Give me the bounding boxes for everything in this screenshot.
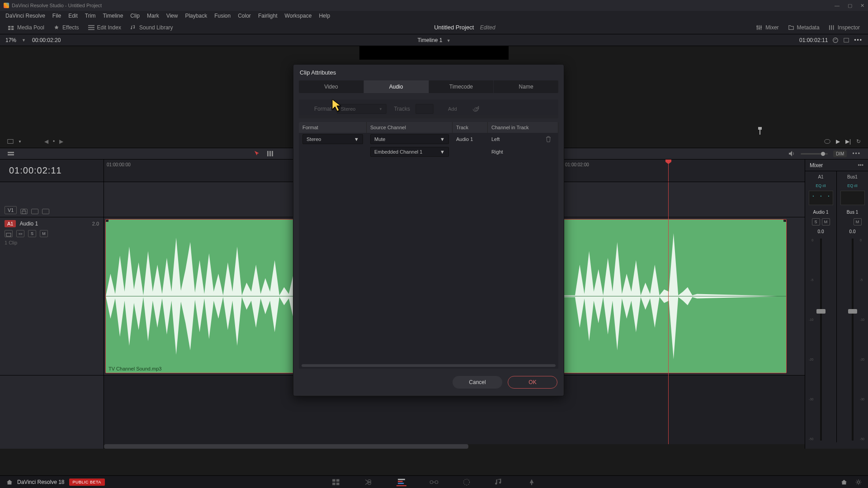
timeline-h-scrollbar[interactable] xyxy=(104,444,805,449)
v1-badge[interactable]: V1 xyxy=(5,206,17,214)
chevron-down-icon[interactable]: ▼ xyxy=(18,140,22,144)
minimize-icon[interactable]: — xyxy=(835,3,840,9)
menu-mark[interactable]: Mark xyxy=(143,13,163,19)
eq-button[interactable]: EQıII xyxy=(814,183,828,189)
maximize-icon[interactable]: ▢ xyxy=(848,3,852,9)
track-thumb-icon[interactable] xyxy=(42,209,49,214)
fade-handle-left[interactable] xyxy=(105,219,108,222)
dim-button[interactable]: DIM xyxy=(833,150,847,157)
menu-davinci[interactable]: DaVinci Resolve xyxy=(2,13,49,19)
pan-control[interactable] xyxy=(840,191,865,205)
options-icon[interactable]: ••• xyxy=(852,150,861,157)
tab-video[interactable]: Video xyxy=(299,80,364,93)
mixer-channel-bus1[interactable]: Bus1 EQıII Bus 1 M 0.0 0-5-10-20-30-50 xyxy=(837,171,868,442)
mute-button[interactable]: M xyxy=(854,218,862,225)
lock-icon[interactable] xyxy=(20,209,28,214)
menu-help[interactable]: Help xyxy=(315,13,334,19)
menu-trim[interactable]: Trim xyxy=(81,13,99,19)
source-channel-select[interactable]: Embedded Channel 1▼ xyxy=(370,147,449,157)
color-page-icon[interactable] xyxy=(462,478,472,486)
volume-icon[interactable] xyxy=(788,150,795,157)
mixer-channel-a1[interactable]: A1 EQıII Audio 1 S M 0.0 0-5-10-20-30-50 xyxy=(805,171,837,442)
edit-index-button[interactable]: Edit Index xyxy=(84,23,126,33)
fusion-page-icon[interactable] xyxy=(429,478,439,486)
project-settings-icon[interactable] xyxy=(855,479,862,485)
loop-icon[interactable]: ↻ xyxy=(856,138,861,145)
tab-name[interactable]: Name xyxy=(494,80,558,93)
auto-select-icon[interactable]: ▭ xyxy=(16,230,24,237)
reset-icon[interactable] xyxy=(472,105,480,113)
a1-badge[interactable]: A1 xyxy=(5,220,16,227)
next-clip-icon[interactable]: ▶| xyxy=(845,138,851,145)
jog-dot-icon[interactable]: • xyxy=(53,138,55,145)
deliver-page-icon[interactable] xyxy=(527,478,537,486)
view-mode-icon[interactable] xyxy=(7,138,14,145)
metadata-button[interactable]: Metadata xyxy=(783,23,824,33)
blade-tool-icon[interactable] xyxy=(266,150,274,157)
fairlight-page-icon[interactable] xyxy=(494,478,504,486)
bypass-icon[interactable] xyxy=(832,37,839,43)
fader[interactable]: 0-5-10-20-30-50 xyxy=(839,239,866,441)
ok-button[interactable]: OK xyxy=(508,376,557,389)
pan-control[interactable] xyxy=(809,191,833,205)
menu-color[interactable]: Color xyxy=(234,13,255,19)
track-thumb-icon[interactable] xyxy=(31,209,38,214)
viewer-canvas[interactable] xyxy=(359,46,509,60)
media-page-icon[interactable] xyxy=(331,478,341,486)
timeline-name-dropdown[interactable]: Timeline 1 ▼ xyxy=(417,37,450,43)
cancel-button[interactable]: Cancel xyxy=(453,376,502,389)
single-viewer-icon[interactable] xyxy=(843,37,849,43)
next-edit-icon[interactable]: ▶ xyxy=(59,138,63,145)
eq-button[interactable]: EQıII xyxy=(845,183,859,189)
edit-page-icon[interactable] xyxy=(396,478,406,486)
track-header-a1[interactable]: A1 Audio 1 2.0 ▭ S M 1 Clip xyxy=(0,217,104,375)
timeline-timecode[interactable]: 01:00:02:11 xyxy=(0,160,104,182)
fade-handle-right[interactable] xyxy=(783,219,787,222)
format-select[interactable]: Stereo▼ xyxy=(302,134,363,144)
playhead-line[interactable] xyxy=(668,182,669,444)
sound-library-button[interactable]: Sound Library xyxy=(126,23,178,33)
lock-icon[interactable] xyxy=(5,230,13,237)
cut-page-icon[interactable] xyxy=(364,478,374,486)
record-timecode[interactable]: 01:00:02:11 xyxy=(799,37,828,43)
playhead[interactable] xyxy=(668,160,669,182)
chevron-down-icon[interactable]: ▼ xyxy=(22,38,26,42)
match-frame-icon[interactable] xyxy=(824,138,830,145)
menu-view[interactable]: View xyxy=(163,13,182,19)
menu-timeline[interactable]: Timeline xyxy=(99,13,127,19)
fader[interactable]: 0-5-10-20-30-50 xyxy=(807,239,835,441)
home-icon[interactable] xyxy=(6,479,13,485)
tab-timecode[interactable]: Timecode xyxy=(429,80,494,93)
media-pool-button[interactable]: Media Pool xyxy=(4,23,49,33)
menu-file[interactable]: File xyxy=(49,13,65,19)
viewer-playhead[interactable] xyxy=(760,128,760,135)
solo-button[interactable]: S xyxy=(28,230,36,237)
source-channel-select[interactable]: Mute▼ xyxy=(370,134,449,144)
db-value[interactable]: 0.0 xyxy=(849,229,856,234)
track-header-v1[interactable]: V1 xyxy=(0,182,104,217)
options-icon[interactable]: ••• xyxy=(854,37,863,43)
mixer-button[interactable]: Mixer xyxy=(752,23,783,33)
play-icon[interactable]: ▶ xyxy=(836,138,840,145)
menu-clip[interactable]: Clip xyxy=(127,13,143,19)
solo-button[interactable]: S xyxy=(812,218,820,225)
fader-knob[interactable] xyxy=(816,309,826,314)
timeline-view-icon[interactable] xyxy=(7,150,14,157)
menu-edit[interactable]: Edit xyxy=(65,13,81,19)
trash-icon[interactable] xyxy=(546,136,551,142)
options-icon[interactable]: ••• xyxy=(858,162,863,169)
monitor-volume-slider[interactable] xyxy=(801,153,828,155)
menu-fairlight[interactable]: Fairlight xyxy=(255,13,281,19)
menu-fusion[interactable]: Fusion xyxy=(211,13,234,19)
source-timecode[interactable]: 00:00:02:20 xyxy=(32,37,61,43)
tab-audio[interactable]: Audio xyxy=(364,80,429,93)
mute-button[interactable]: M xyxy=(822,218,830,225)
mute-button[interactable]: M xyxy=(40,230,48,237)
dialog-h-scrollbar[interactable] xyxy=(302,364,556,367)
prev-edit-icon[interactable]: ◀ xyxy=(44,138,48,145)
menu-playback[interactable]: Playback xyxy=(181,13,211,19)
selection-tool-icon[interactable] xyxy=(254,150,261,157)
db-value[interactable]: 0.0 xyxy=(818,229,824,234)
close-icon[interactable]: ✕ xyxy=(860,3,864,9)
inspector-button[interactable]: Inspector xyxy=(824,23,864,33)
